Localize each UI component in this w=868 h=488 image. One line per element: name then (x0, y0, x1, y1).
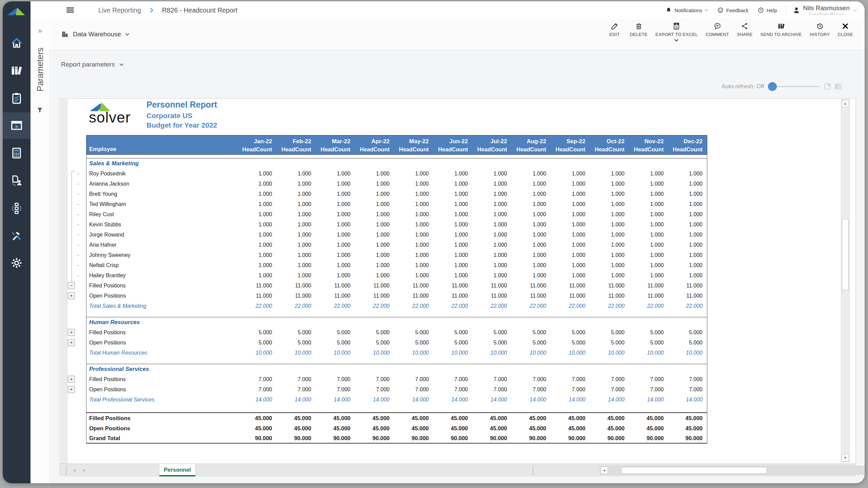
solver-logo-icon[interactable] (3, 4, 31, 20)
value-cell (512, 158, 551, 169)
notifications-button[interactable]: Notifications (663, 7, 711, 14)
value-cell: 5.000 (433, 338, 473, 348)
help-button[interactable]: ? Help (755, 7, 780, 14)
outline-expand-button[interactable]: + (68, 386, 75, 393)
outline-gutter-cell (67, 364, 86, 374)
vertical-scrollbar[interactable]: ▲ ▼ (841, 99, 850, 462)
outline-gutter-cell: + (67, 327, 86, 338)
row-label: Jorge Rowand (86, 230, 237, 240)
value-cell: 7.000 (433, 374, 473, 384)
sidebar-item-budgeting[interactable] (3, 140, 31, 166)
filter-funnel-icon[interactable] (31, 107, 50, 114)
value-cell: 45.000 (316, 423, 355, 433)
sheet-tab-personnel[interactable]: Personnel (159, 464, 196, 475)
comment-button[interactable]: COMMENT (704, 22, 730, 42)
grid-view-icon[interactable] (834, 83, 842, 90)
value-cell: 7.000 (668, 374, 708, 384)
open-in-window-icon[interactable] (824, 83, 831, 90)
share-button[interactable]: SHARE (735, 22, 754, 42)
sidebar-item-settings[interactable] (3, 250, 31, 276)
sidebar-item-archive[interactable] (3, 57, 31, 84)
header-gap-cell (316, 155, 355, 158)
delete-label: DELETE (630, 32, 648, 37)
month-header-cell: Jun-22HeadCount (433, 135, 473, 155)
outline-expand-button[interactable]: + (68, 376, 75, 383)
chevron-down-icon (852, 9, 857, 12)
document-user-icon (10, 174, 23, 187)
sheet-tab-bar: ◄ ► Personnel ◄ ► (60, 464, 855, 476)
month-header-cell: Feb-22HeadCount (277, 135, 316, 155)
auto-refresh-slider[interactable] (768, 82, 820, 91)
outline-expand-button[interactable]: + (68, 339, 75, 346)
vertical-scrollbar-thumb[interactable] (842, 219, 849, 290)
solver-logo-mark-icon (7, 6, 26, 18)
value-cell (237, 317, 277, 327)
value-cell: 1.000 (355, 270, 394, 281)
outline-collapse-button[interactable]: − (68, 282, 75, 289)
outline-expand-button[interactable]: + (68, 329, 75, 336)
table-row-summary: +Filled Positions5.0005.0005.0005.0005.0… (67, 327, 708, 338)
send-to-archive-button[interactable]: SEND TO ARCHIVE (759, 22, 804, 42)
hamburger-menu-icon[interactable] (66, 6, 74, 13)
row-label: Open Positions (86, 338, 237, 348)
horizontal-scrollbar-thumb[interactable] (621, 467, 767, 474)
sheet-nav-left-icon[interactable]: ◄ (72, 464, 76, 476)
sheet-nav-right-icon[interactable]: ► (82, 464, 86, 476)
sidebar-item-process[interactable] (3, 195, 31, 222)
tools-icon (10, 229, 23, 242)
close-button[interactable]: CLOSE (836, 22, 854, 42)
data-source-selector[interactable]: Data Warehouse (61, 19, 130, 50)
scroll-down-button[interactable]: ▼ (842, 454, 849, 462)
month-header-cell: Apr-22HeadCount (355, 135, 394, 155)
history-button[interactable]: HISTORY (808, 22, 831, 42)
value-cell: 45.000 (590, 423, 629, 433)
sidebar-item-data-collection[interactable] (3, 167, 31, 194)
delete-button[interactable]: DELETE (629, 22, 649, 42)
value-cell: 90.000 (433, 433, 473, 444)
value-cell: 1.000 (355, 179, 394, 189)
sidebar-item-home[interactable] (3, 30, 31, 56)
sidebar-item-tools[interactable] (3, 222, 31, 249)
sidebar-item-reporting[interactable] (3, 112, 31, 139)
value-cell: 1.000 (277, 179, 316, 189)
sidebar-item-tasks[interactable] (3, 85, 31, 111)
feedback-button[interactable]: Feedback (714, 7, 751, 14)
panel-expand-icon[interactable]: » (31, 26, 50, 35)
user-menu[interactable]: Nils Rasmussen CorpDemo Master (792, 5, 857, 16)
process-flow-icon (10, 202, 23, 215)
value-cell: 11.000 (316, 281, 355, 291)
value-cell: 11.000 (629, 291, 668, 301)
value-cell: 1.000 (590, 179, 629, 189)
export-to-excel-button[interactable]: EXPORT TO EXCEL (654, 22, 699, 42)
value-cell: 1.000 (277, 220, 316, 230)
value-cell: 45.000 (629, 423, 668, 433)
value-cell: 1.000 (355, 230, 394, 240)
row-label: Roy Podsednik (86, 169, 237, 179)
value-cell: 14.000 (512, 395, 551, 405)
value-cell: 10.000 (472, 348, 512, 358)
value-cell: 45.000 (590, 413, 629, 423)
slider-knob[interactable] (768, 82, 777, 91)
value-cell: 45.000 (316, 413, 355, 423)
value-cell: 1.000 (590, 209, 629, 220)
value-cell: 11.000 (668, 281, 708, 291)
outline-row-dot (78, 204, 79, 205)
value-cell: 1.000 (472, 199, 512, 209)
value-cell: 5.000 (629, 338, 668, 348)
report-parameters-toggle[interactable]: Report parameters (61, 58, 124, 71)
edit-button[interactable]: EDIT (606, 22, 624, 42)
value-cell: 1.000 (316, 179, 355, 189)
scroll-up-button[interactable]: ▲ (842, 100, 849, 107)
row-label: Total Professional Services (86, 395, 237, 405)
outline-expand-button[interactable]: + (68, 292, 75, 299)
scroll-left-button[interactable]: ◄ (600, 467, 608, 474)
horizontal-scrollbar[interactable]: ◄ ► (600, 466, 865, 475)
value-cell: 1.000 (277, 230, 316, 240)
tab-splitter-handle[interactable] (65, 467, 67, 475)
breadcrumb: Live Reporting R826 - Headcount Report (98, 1, 237, 19)
value-cell: 1.000 (668, 169, 708, 179)
scroll-splitter-handle[interactable] (532, 467, 533, 475)
breadcrumb-live-reporting[interactable]: Live Reporting (98, 6, 141, 14)
value-cell: 45.000 (394, 423, 433, 433)
value-cell (394, 158, 433, 169)
